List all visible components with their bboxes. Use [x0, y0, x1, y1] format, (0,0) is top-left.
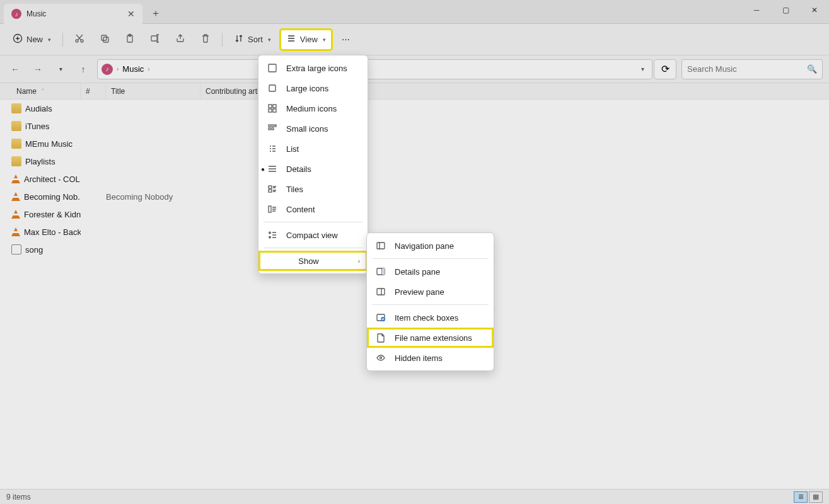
- delete-button[interactable]: [194, 29, 217, 50]
- view-dropdown-menu: Extra large icons Large icons Medium ico…: [258, 55, 368, 274]
- column-header-row: Name˄ # Title Contributing artists: [0, 83, 829, 100]
- svg-rect-13: [273, 109, 276, 112]
- column-header-number[interactable]: #: [81, 83, 106, 99]
- menu-item-navigation-pane[interactable]: Navigation pane: [367, 236, 494, 256]
- folder-icon: [11, 156, 21, 166]
- menu-item-hidden-items[interactable]: Hidden items: [367, 348, 494, 368]
- chevron-right-icon: ›: [358, 258, 360, 265]
- menu-item-show[interactable]: Show ›: [258, 251, 368, 271]
- file-name: Forester & Kidn...: [24, 210, 81, 219]
- svg-rect-7: [151, 36, 157, 41]
- list-item[interactable]: Audials: [0, 100, 829, 117]
- svg-rect-8: [269, 64, 276, 72]
- view-button[interactable]: View ▾: [280, 29, 332, 50]
- breadcrumb-item[interactable]: Music: [122, 64, 144, 74]
- menu-item-small-icons[interactable]: Small icons: [258, 118, 368, 139]
- refresh-icon: ⟳: [661, 63, 670, 75]
- status-bar: 9 items ≣ ▦: [0, 489, 829, 504]
- new-button-label: New: [26, 35, 43, 44]
- svg-point-28: [380, 357, 382, 359]
- menu-item-list[interactable]: List: [258, 139, 368, 159]
- thumbnails-view-toggle[interactable]: ▦: [809, 491, 823, 503]
- menu-separator: [372, 304, 489, 305]
- new-tab-button[interactable]: ＋: [146, 4, 165, 23]
- list-item[interactable]: Playlists: [0, 152, 829, 170]
- search-box[interactable]: 🔍: [681, 59, 823, 79]
- column-header-name[interactable]: Name˄: [11, 83, 81, 99]
- list-icon: [267, 144, 277, 154]
- copy-button[interactable]: [93, 29, 116, 50]
- up-button[interactable]: ↑: [74, 60, 92, 78]
- navigation-pane-icon: [376, 241, 386, 251]
- menu-item-large-icons[interactable]: Large icons: [258, 78, 368, 98]
- menu-item-details[interactable]: ●Details: [258, 159, 368, 179]
- title-bar: ♪ Music ✕ ＋ ─ ▢ ✕: [0, 0, 829, 24]
- svg-rect-22: [377, 243, 385, 249]
- vlc-cone-icon: [11, 192, 20, 201]
- share-button[interactable]: [169, 29, 192, 50]
- cut-button[interactable]: [68, 29, 91, 50]
- paste-icon: [125, 33, 135, 45]
- rename-icon: [150, 33, 160, 45]
- separator: [222, 33, 223, 47]
- trash-icon: [200, 33, 211, 45]
- details-view-toggle[interactable]: ≣: [794, 491, 808, 503]
- maximize-button[interactable]: ▢: [771, 0, 800, 20]
- address-history-dropdown[interactable]: ▾: [637, 66, 648, 72]
- address-bar[interactable]: ♪ › Music › ▾: [97, 59, 652, 79]
- svg-rect-10: [269, 105, 272, 108]
- minimize-button[interactable]: ─: [742, 0, 771, 20]
- menu-item-extra-large-icons[interactable]: Extra large icons: [258, 58, 368, 78]
- rename-button[interactable]: [144, 29, 166, 50]
- sort-button[interactable]: Sort ▾: [228, 29, 277, 50]
- vlc-cone-icon: [11, 210, 20, 219]
- file-name: Audials: [25, 104, 52, 113]
- hidden-items-icon: [376, 353, 386, 363]
- vlc-cone-icon: [11, 227, 20, 236]
- recent-dropdown[interactable]: ▾: [52, 60, 69, 78]
- medium-icons-icon: [267, 103, 277, 113]
- tab-close-icon[interactable]: ✕: [127, 9, 135, 19]
- svg-rect-24: [382, 268, 385, 275]
- svg-rect-9: [269, 85, 275, 91]
- menu-item-item-check-boxes[interactable]: Item check boxes: [367, 307, 494, 328]
- list-item[interactable]: Architect - COL...: [0, 170, 829, 188]
- menu-item-tiles[interactable]: Tiles: [258, 179, 368, 199]
- more-button[interactable]: ⋯: [335, 29, 357, 50]
- menu-item-details-pane[interactable]: Details pane: [367, 261, 494, 282]
- file-name: Becoming Nob...: [24, 192, 81, 202]
- window-tab[interactable]: ♪ Music ✕: [4, 4, 142, 24]
- menu-item-file-name-extensions[interactable]: File name extensions: [367, 328, 494, 348]
- svg-rect-11: [273, 105, 276, 108]
- list-item[interactable]: Becoming Nob...Becoming Nobody: [0, 188, 829, 205]
- menu-item-medium-icons[interactable]: Medium icons: [258, 98, 368, 118]
- svg-point-1: [76, 40, 78, 42]
- list-item[interactable]: Forester & Kidn...: [0, 205, 829, 223]
- search-input[interactable]: [687, 64, 807, 74]
- column-header-title[interactable]: Title: [106, 83, 200, 99]
- menu-separator: [372, 258, 489, 259]
- svg-rect-19: [269, 186, 272, 188]
- window-close-button[interactable]: ✕: [800, 0, 829, 20]
- svg-point-2: [81, 40, 83, 42]
- checkbox-icon: [376, 312, 386, 323]
- menu-item-preview-pane[interactable]: Preview pane: [367, 282, 494, 302]
- menu-separator: [264, 222, 362, 222]
- file-title: Becoming Nobody: [106, 192, 200, 202]
- menu-separator: [264, 248, 362, 248]
- list-item[interactable]: iTunes: [0, 117, 829, 135]
- plus-circle-icon: [13, 33, 23, 45]
- item-count: 9 items: [6, 493, 31, 501]
- new-button[interactable]: New ▾: [6, 29, 57, 50]
- back-button[interactable]: ←: [6, 60, 24, 78]
- paste-button[interactable]: [119, 29, 141, 50]
- list-item[interactable]: MEmu Music: [0, 135, 829, 152]
- menu-item-compact-view[interactable]: Compact view: [258, 225, 368, 245]
- forward-button[interactable]: →: [29, 60, 47, 78]
- tiles-icon: [267, 184, 277, 194]
- chevron-down-icon: ▾: [48, 37, 51, 43]
- menu-item-content[interactable]: Content: [258, 199, 368, 219]
- svg-rect-21: [269, 206, 271, 212]
- refresh-button[interactable]: ⟳: [654, 59, 676, 79]
- chevron-right-icon: ›: [117, 66, 119, 72]
